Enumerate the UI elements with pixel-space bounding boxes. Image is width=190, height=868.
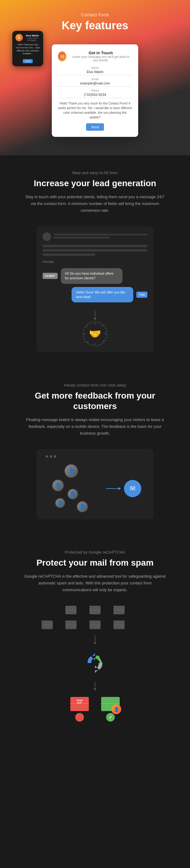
connector-arrow-spam	[36, 635, 154, 645]
section3-label: Protected by Google reCAPTCHA	[19, 550, 171, 555]
floating-avatar-3: 👤	[67, 489, 78, 500]
svg-point-0	[94, 323, 96, 324]
form-message-text: Hello! Thank you very much for the Conta…	[58, 101, 132, 120]
chat-form-lines	[54, 234, 148, 240]
floating-avatar-1: 👤	[64, 464, 78, 478]
section-lead-generation: Neat and easy-to-fill form Increase your…	[0, 155, 190, 368]
phone-send-button[interactable]: Send	[23, 59, 33, 63]
arrow-line-h	[106, 488, 119, 489]
spam-envelope-good: 👤	[101, 697, 120, 711]
user-avatars-area: 👤 👤 👤 👤 👤 ✉	[46, 464, 144, 513]
feedback-illustration: 👤 👤 👤 👤 👤 ✉	[36, 449, 154, 519]
hero-section: Contact Form Key features E Elva Walsh L…	[0, 0, 190, 155]
conn-arrow-spam-2	[93, 688, 97, 691]
connector-arrow-1	[93, 311, 97, 320]
svg-point-2	[94, 344, 96, 345]
email-label: Email	[58, 78, 132, 81]
spam-badge-good: ✓	[106, 713, 115, 721]
mail-float-button[interactable]: ✉	[124, 480, 141, 497]
svg-point-7	[86, 326, 88, 327]
envelope-item-3	[114, 606, 125, 614]
browser-dot-2	[50, 455, 52, 458]
spam-result-row: SPAMBOT 🚫 👤 ✓	[36, 697, 154, 721]
chat-message-label: Message	[42, 260, 148, 263]
avatar-person-4: 👤	[56, 498, 65, 508]
conn-arrow-1	[93, 318, 97, 320]
client-badge: CLIENT	[42, 273, 58, 279]
name-label: Name	[58, 66, 132, 69]
form-subtitle: Leave your message and we'll get back to…	[69, 55, 132, 62]
connector-arrow-spam-2	[36, 682, 154, 691]
section3-title: Protect your mail from spam	[19, 558, 171, 568]
phone-value: (715)552-9234	[58, 93, 132, 98]
avatar-person-5: 👤	[77, 501, 88, 512]
client-message-bubble: Hi! Do you have individual offers for pr…	[61, 268, 122, 284]
conn-arrow-spam	[93, 642, 97, 645]
svg-point-1	[104, 334, 106, 335]
envelope-item-5	[65, 620, 76, 629]
form-card-header: ✉ Get in Touch Leave your message and we…	[58, 51, 132, 62]
spam-item-good: 👤 ✓	[101, 697, 120, 721]
you-message-bubble: Hello! Sure! We will offer you the best …	[71, 287, 133, 303]
arrow-head	[119, 487, 121, 490]
user-sub: Leave your message...	[25, 37, 40, 41]
phone-label: Phone	[58, 89, 132, 92]
conn-line-1	[95, 311, 95, 317]
arrow-right-line	[106, 487, 121, 490]
section-spam: Protected by Google reCAPTCHA Protect yo…	[0, 535, 190, 737]
recaptcha-area	[36, 651, 154, 675]
chat-input-row-2	[42, 249, 148, 251]
user-name: Elva Walsh	[25, 34, 40, 37]
envelope-item-2	[90, 606, 100, 614]
you-badge: YOU	[136, 291, 148, 298]
form-send-button[interactable]: Send	[86, 123, 104, 131]
section1-label: Neat and easy-to-fill form	[19, 171, 171, 175]
envelope-item-1	[65, 606, 76, 614]
you-bubble-row: Hello! Sure! We will offer you the best …	[42, 287, 148, 303]
spam-badge-bad: 🚫	[75, 713, 84, 721]
handshake-area: 🤝	[42, 310, 148, 346]
name-value: Elva Walsh	[58, 70, 132, 75]
section2-title: Get more feedback from your customers	[19, 391, 171, 411]
chat-input-row-3	[42, 253, 95, 256]
envelope-grid	[36, 606, 154, 614]
avatar-elva: E	[15, 34, 23, 41]
browser-dot-3	[54, 455, 56, 458]
email-value: example@mail.com	[58, 82, 132, 87]
client-bubble-row: CLIENT Hi! Do you have individual offers…	[42, 268, 148, 284]
svg-point-4	[102, 325, 103, 327]
hero-title: Key features	[6, 19, 184, 32]
browser-dot-1	[46, 455, 48, 458]
section-feedback: Handy contact form one click away Get mo…	[0, 368, 190, 534]
phone-mockup-left: E Elva Walsh Leave your message... Hello…	[12, 31, 43, 66]
chat-form-line-1	[54, 234, 148, 236]
spam-item-bad: SPAMBOT 🚫	[70, 697, 89, 721]
handshake-circle: 🤝	[83, 321, 107, 346]
phone-message: Hello! Thank you very much for the Cont.…	[15, 43, 40, 55]
chat-form-avatar-icon	[42, 232, 51, 241]
floating-avatar-4: 👤	[55, 498, 65, 508]
section2-label: Handy contact form one click away	[19, 383, 171, 388]
section2-desc: Floating message button is always visibl…	[24, 416, 166, 437]
section1-desc: Stay in touch with your potential client…	[24, 193, 166, 214]
avatar-person-2: 👤	[53, 480, 64, 491]
svg-point-3	[84, 334, 86, 335]
spam-envelope-label-bad: SPAMBOT	[76, 700, 83, 705]
floating-avatar-2: 👤	[52, 479, 64, 492]
avatar-person-3: 👤	[68, 489, 78, 499]
chat-input-row-1	[42, 245, 148, 247]
form-card-header-text: Get in Touch Leave your message and we'l…	[69, 51, 132, 62]
avatar-person-1: 👤	[65, 465, 78, 477]
envelope-grid-2	[36, 620, 154, 629]
section1-title: Increase your lead generation	[19, 178, 171, 189]
conn-line-spam	[95, 635, 95, 642]
form-card-icon: ✉	[58, 52, 66, 61]
envelope-item-6	[90, 620, 100, 629]
spam-person-avatar: 👤	[112, 704, 121, 714]
chat-form-line-2	[54, 237, 110, 239]
svg-point-6	[87, 342, 88, 343]
envelope-item-7	[114, 620, 125, 629]
browser-dots	[46, 455, 144, 458]
spam-envelope-flap-good	[101, 697, 120, 704]
chat-bubbles: CLIENT Hi! Do you have individual offers…	[42, 268, 148, 303]
